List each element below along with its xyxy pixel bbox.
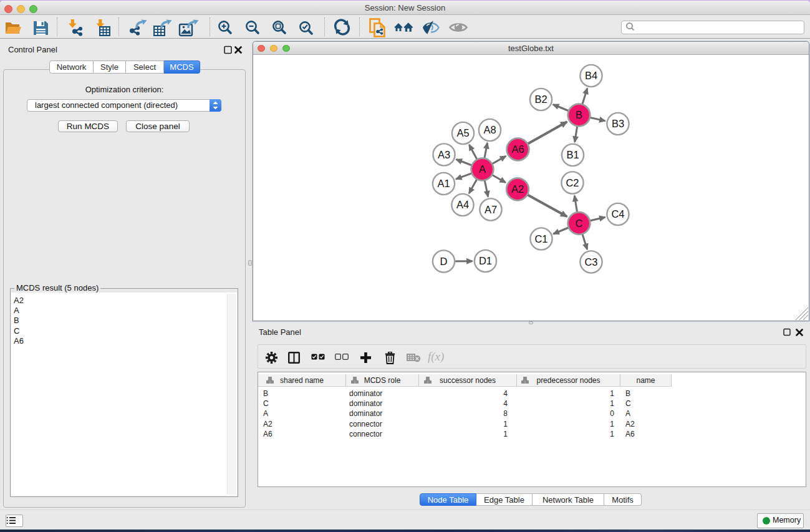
svg-text:C: C	[576, 218, 583, 229]
svg-text:A2: A2	[511, 183, 524, 195]
svg-text:B2: B2	[534, 94, 547, 105]
svg-text:A3: A3	[438, 149, 450, 160]
svg-text:C4: C4	[611, 208, 624, 220]
svg-text:A8: A8	[483, 124, 496, 135]
svg-text:B1: B1	[566, 149, 579, 160]
svg-text:D1: D1	[479, 255, 492, 266]
svg-text:A1: A1	[437, 178, 450, 189]
svg-text:D: D	[440, 256, 448, 267]
svg-text:C2: C2	[566, 177, 579, 188]
svg-text:A4: A4	[456, 199, 469, 210]
svg-text:C3: C3	[584, 256, 597, 268]
svg-text:B: B	[576, 109, 582, 120]
svg-text:A5: A5	[456, 127, 469, 138]
svg-text:B4: B4	[585, 70, 597, 81]
svg-text:B3: B3	[612, 118, 624, 129]
svg-text:C1: C1	[534, 233, 547, 244]
svg-text:A: A	[479, 163, 486, 175]
svg-text:A6: A6	[511, 143, 524, 155]
svg-text:A7: A7	[485, 204, 497, 215]
